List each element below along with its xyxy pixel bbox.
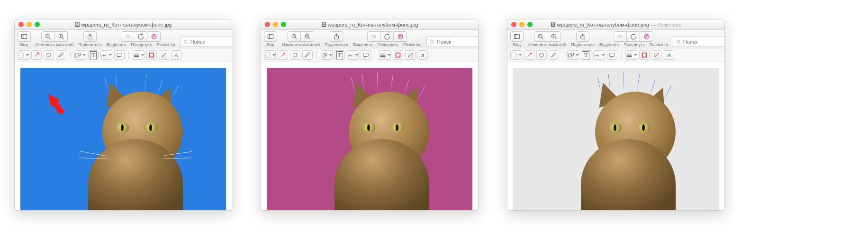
line-style-tool[interactable] xyxy=(625,50,637,60)
zoom-in-button[interactable] xyxy=(54,31,68,42)
svg-rect-26 xyxy=(150,53,154,57)
magic-wand-tool[interactable] xyxy=(31,50,42,60)
markup-button[interactable] xyxy=(394,31,407,42)
zoom-out-button[interactable] xyxy=(41,31,54,42)
svg-line-70 xyxy=(528,54,531,56)
sidebar-button[interactable] xyxy=(510,31,524,42)
share-button[interactable] xyxy=(83,31,97,42)
sidebar-button[interactable] xyxy=(18,31,31,42)
signature-tool[interactable] xyxy=(100,50,112,60)
share-button[interactable] xyxy=(576,31,589,42)
text-tool[interactable]: T xyxy=(88,50,99,60)
pen-tool[interactable] xyxy=(302,50,313,60)
zoom-group: Изменить масштаб xyxy=(36,31,73,47)
minimize-icon[interactable] xyxy=(27,22,32,27)
svg-line-32 xyxy=(295,37,297,39)
sidebar-button[interactable] xyxy=(264,31,277,42)
search-field[interactable] xyxy=(426,37,479,47)
view-label: Вид xyxy=(20,42,28,47)
share-label: Поделиться xyxy=(571,42,595,47)
text-tool[interactable]: T xyxy=(335,50,345,60)
stroke-color-tool[interactable] xyxy=(146,50,157,60)
svg-line-61 xyxy=(555,37,556,39)
minimize-icon[interactable] xyxy=(273,22,278,27)
svg-point-41 xyxy=(431,40,434,43)
lasso-tool[interactable] xyxy=(290,50,300,60)
font-icon: A xyxy=(175,52,178,58)
magic-wand-tool[interactable] xyxy=(524,50,534,60)
rotate-button[interactable] xyxy=(627,31,640,42)
fill-color-tool[interactable] xyxy=(405,50,416,60)
font-style-tool[interactable]: A xyxy=(664,50,674,60)
search-icon xyxy=(430,39,435,45)
rotate-button[interactable] xyxy=(134,31,147,42)
search-field[interactable] xyxy=(180,37,232,47)
callout-tool[interactable] xyxy=(114,50,125,60)
markup-button[interactable] xyxy=(147,31,161,42)
stroke-color-tool[interactable] xyxy=(639,50,650,60)
svg-point-11 xyxy=(152,34,156,39)
maximize-icon[interactable] xyxy=(35,22,40,27)
highlight-button[interactable] xyxy=(121,31,134,42)
rotate-button[interactable] xyxy=(380,31,394,42)
lasso-tool[interactable] xyxy=(44,50,54,60)
zoom-in-button[interactable] xyxy=(547,31,561,42)
window-title: 🖼 wpapers_ru_Кот-на-голубом-фоне.png — И… xyxy=(507,22,724,28)
svg-rect-55 xyxy=(514,35,519,39)
search-input[interactable] xyxy=(683,39,725,45)
search-input[interactable] xyxy=(437,39,479,45)
shapes-tool[interactable] xyxy=(74,50,86,60)
font-style-tool[interactable]: A xyxy=(171,50,181,60)
font-style-tool[interactable]: A xyxy=(417,50,428,60)
svg-point-45 xyxy=(284,53,285,54)
markup-toolbar: T A xyxy=(261,48,478,62)
zoom-out-button[interactable] xyxy=(534,31,547,42)
svg-line-15 xyxy=(35,54,38,56)
svg-rect-22 xyxy=(117,53,122,56)
svg-rect-29 xyxy=(268,35,273,39)
magic-wand-tool[interactable] xyxy=(278,50,288,60)
shapes-tool[interactable] xyxy=(321,50,333,60)
fill-color-tool[interactable] xyxy=(159,50,169,60)
image-canvas[interactable] xyxy=(261,62,478,210)
shapes-tool[interactable] xyxy=(567,50,579,60)
toolbar-divider xyxy=(128,51,129,59)
svg-line-18 xyxy=(39,54,39,55)
close-icon[interactable] xyxy=(18,22,24,27)
share-button[interactable] xyxy=(330,31,343,42)
maximize-icon[interactable] xyxy=(281,22,286,27)
close-icon[interactable] xyxy=(265,22,270,27)
search-input[interactable] xyxy=(190,39,232,45)
cat-subject xyxy=(567,82,690,210)
pen-tool[interactable] xyxy=(56,50,66,60)
callout-tool[interactable] xyxy=(607,50,617,60)
stroke-color-tool[interactable] xyxy=(393,50,403,60)
selection-tool[interactable] xyxy=(264,50,276,60)
markup-group: Выделить Повернуть Разметка xyxy=(107,31,175,47)
line-style-tool[interactable] xyxy=(133,50,145,60)
callout-tool[interactable] xyxy=(361,50,371,60)
zoom-in-button[interactable] xyxy=(301,31,314,42)
lasso-tool[interactable] xyxy=(536,50,547,60)
signature-tool[interactable] xyxy=(593,50,605,60)
minimize-icon[interactable] xyxy=(519,22,524,27)
fill-color-tool[interactable] xyxy=(651,50,662,60)
search-field[interactable] xyxy=(673,37,725,47)
selection-tool[interactable] xyxy=(18,50,29,60)
zoom-out-button[interactable] xyxy=(288,31,301,42)
pen-tool[interactable] xyxy=(549,50,559,60)
image-canvas[interactable] xyxy=(15,62,232,210)
highlight-button[interactable] xyxy=(367,31,380,42)
maximize-icon[interactable] xyxy=(527,22,533,27)
selection-tool[interactable] xyxy=(510,50,522,60)
close-icon[interactable] xyxy=(511,22,516,27)
image-canvas[interactable] xyxy=(507,62,724,210)
zoom-label: Изменить масштаб xyxy=(528,42,566,47)
text-tool[interactable]: T xyxy=(581,50,591,60)
line-style-tool[interactable] xyxy=(379,50,391,60)
highlight-button[interactable] xyxy=(614,31,627,42)
svg-point-71 xyxy=(530,53,531,54)
markup-toolbar: T A xyxy=(507,48,724,62)
markup-button[interactable] xyxy=(640,31,653,42)
signature-tool[interactable] xyxy=(347,50,359,60)
